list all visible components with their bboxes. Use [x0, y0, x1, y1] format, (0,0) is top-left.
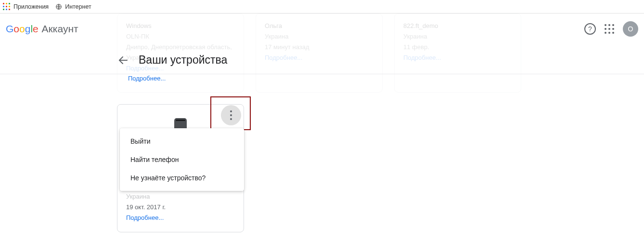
device-options-menu: Выйти Найти телефон Не узнаёте устройств… — [120, 128, 244, 191]
help-icon[interactable]: ? — [584, 23, 596, 35]
details-link-top[interactable]: Подробнее... — [128, 75, 166, 82]
product-name: Аккаунт — [42, 23, 78, 34]
bookmarks-bar: Приложения Интернет — [0, 0, 644, 13]
menu-item-signout[interactable]: Выйти — [120, 132, 244, 150]
bookmark-apps-label: Приложения — [13, 3, 49, 10]
back-arrow-icon[interactable] — [117, 54, 129, 66]
device-country: Украина — [126, 191, 235, 202]
more-options-button[interactable] — [221, 105, 241, 125]
avatar-letter: O — [628, 25, 633, 33]
bookmark-internet[interactable]: Интернет — [55, 3, 91, 10]
device-date: 19 окт. 2017 г. — [126, 202, 235, 213]
details-link[interactable]: Подробнее... — [126, 213, 235, 223]
sub-header: Ваши устройства — [0, 46, 644, 74]
menu-item-find-phone[interactable]: Найти телефон — [120, 150, 244, 169]
apps-launcher-icon[interactable] — [605, 24, 614, 34]
avatar[interactable]: O — [623, 21, 638, 37]
page-title: Ваши устройства — [139, 54, 227, 67]
apps-grid-icon — [3, 3, 11, 11]
globe-icon — [55, 3, 62, 10]
bookmark-internet-label: Интернет — [65, 3, 91, 10]
google-account-logo[interactable]: Google Аккаунт — [6, 23, 78, 35]
menu-item-dont-recognize[interactable]: Не узнаёте устройство? — [120, 169, 244, 187]
bookmark-apps[interactable]: Приложения — [3, 3, 49, 11]
